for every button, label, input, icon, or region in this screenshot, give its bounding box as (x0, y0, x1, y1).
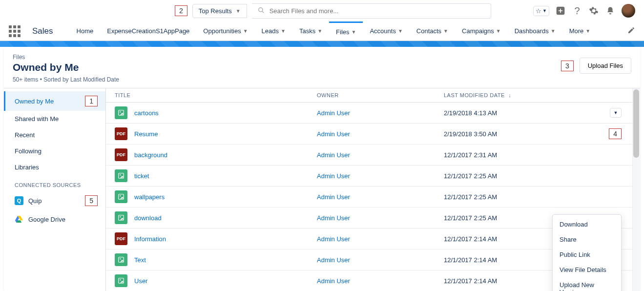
chevron-down-icon: ▼ (352, 29, 356, 35)
image-icon (115, 190, 127, 203)
breadcrumb: Files (13, 54, 561, 61)
file-title-link[interactable]: cartoons (134, 109, 159, 117)
sidebar-item-owned-by-me[interactable]: Owned by Me 1 (4, 91, 105, 111)
file-title-link[interactable]: Resume (134, 130, 158, 138)
sidebar-item-recent[interactable]: Recent (4, 127, 105, 143)
callout-5: 5 (85, 195, 98, 206)
user-avatar[interactable] (622, 4, 635, 18)
star-icon: ☆ (536, 7, 541, 15)
nav-item-tasks[interactable]: Tasks▼ (292, 21, 329, 41)
file-title-link[interactable]: wallpapers (134, 193, 165, 201)
col-title[interactable]: TITLE (112, 92, 317, 98)
menu-item-upload-new-version[interactable]: Upload New Version (553, 277, 621, 291)
menu-item-share[interactable]: Share (553, 232, 621, 247)
nav-item-leads[interactable]: Leads▼ (255, 21, 292, 41)
global-search[interactable] (252, 3, 491, 19)
col-owner[interactable]: OWNER (317, 92, 444, 98)
sidebar-item-following[interactable]: Following (4, 143, 105, 159)
svg-line-1 (262, 11, 264, 13)
col-date[interactable]: LAST MODIFIED DATE ↓ (444, 92, 571, 98)
file-title-link[interactable]: Information (134, 235, 166, 243)
menu-item-download[interactable]: Download (553, 217, 621, 232)
app-launcher-icon[interactable] (9, 25, 21, 37)
owner-link[interactable]: Admin User (317, 235, 350, 243)
sidebar-item-google-drive[interactable]: Google Drive (4, 210, 105, 228)
pdf-icon: PDF (115, 148, 127, 161)
row-actions-menu: DownloadSharePublic LinkView File Detail… (552, 214, 622, 291)
page-header: Files Owned by Me 50+ items • Sorted by … (4, 47, 640, 88)
menu-item-public-link[interactable]: Public Link (553, 247, 621, 262)
file-title-link[interactable]: download (134, 214, 162, 222)
file-title-link[interactable]: ticket (134, 172, 149, 180)
nav-item-more[interactable]: More▼ (562, 21, 598, 41)
app-name: Sales (32, 26, 53, 36)
owner-link[interactable]: Admin User (317, 277, 350, 285)
image-icon (115, 169, 127, 182)
notification-bell-icon[interactable] (605, 5, 616, 16)
callout-3: 3 (561, 61, 574, 71)
add-button[interactable] (555, 5, 566, 16)
help-icon[interactable]: ? (572, 5, 582, 16)
edit-nav-icon[interactable] (627, 26, 635, 36)
google-drive-icon (15, 215, 23, 224)
file-date: 12/1/2017 2:14 AM (444, 277, 571, 285)
svg-point-8 (120, 195, 121, 196)
owner-link[interactable]: Admin User (317, 172, 350, 180)
nav-item-contacts[interactable]: Contacts▼ (410, 21, 455, 41)
nav-item-dashboards[interactable]: Dashboards▼ (508, 21, 562, 41)
file-date: 12/1/2017 2:25 AM (444, 193, 571, 201)
file-title-link[interactable]: User (134, 277, 147, 285)
svg-point-14 (120, 279, 121, 280)
decorative-strip (0, 41, 644, 47)
nav-item-opportunities[interactable]: Opportunities▼ (196, 21, 254, 41)
svg-point-4 (120, 111, 121, 112)
row-actions-button[interactable]: ▼ (610, 108, 622, 118)
svg-point-12 (120, 258, 121, 259)
upload-files-button[interactable]: Upload Files (580, 58, 631, 74)
search-scope-label: Top Results (199, 7, 232, 15)
owner-link[interactable]: Admin User (317, 130, 350, 138)
sidebar-item-quip[interactable]: QQuip5 (4, 191, 105, 210)
scrollbar[interactable] (632, 88, 640, 291)
chevron-down-icon: ▼ (398, 28, 403, 34)
sidebar-item-shared-with-me[interactable]: Shared with Me (4, 111, 105, 127)
file-date: 12/1/2017 2:25 AM (444, 214, 571, 222)
files-table: TITLE OWNER LAST MODIFIED DATE ↓ cartoon… (105, 88, 640, 291)
owner-link[interactable]: Admin User (317, 151, 350, 159)
chevron-down-icon: ▼ (496, 28, 501, 34)
connected-sources-heading: CONNECTED SOURCES (4, 175, 105, 191)
image-icon (115, 211, 127, 224)
files-sidebar: Owned by Me 1Shared with MeRecentFollowi… (4, 88, 105, 291)
chevron-down-icon: ▼ (281, 28, 286, 34)
search-scope-selector[interactable]: Top Results ▼ (192, 4, 247, 18)
menu-item-view-file-details[interactable]: View File Details (553, 262, 621, 277)
favorites-button[interactable]: ☆ ▼ (533, 6, 549, 16)
nav-item-expensecreations1apppage[interactable]: ExpenseCreationS1AppPage (100, 21, 196, 41)
global-utilities: ☆ ▼ ? (533, 4, 635, 18)
table-row: ticketAdmin User12/1/2017 2:25 AM (106, 166, 640, 187)
sidebar-item-libraries[interactable]: Libraries (4, 159, 105, 175)
nav-item-home[interactable]: Home (70, 21, 101, 41)
nav-item-campaigns[interactable]: Campaigns▼ (455, 21, 508, 41)
file-date: 12/1/2017 2:25 AM (444, 172, 571, 180)
setup-gear-icon[interactable] (588, 5, 599, 16)
nav-item-accounts[interactable]: Accounts▼ (363, 21, 409, 41)
nav-item-files[interactable]: Files▼ (329, 21, 363, 41)
owner-link[interactable]: Admin User (317, 214, 350, 222)
file-date: 12/1/2017 2:14 AM (444, 235, 571, 243)
file-title-link[interactable]: background (134, 151, 167, 159)
search-input[interactable] (270, 7, 485, 15)
file-title-link[interactable]: Text (134, 256, 146, 264)
owner-link[interactable]: Admin User (317, 193, 350, 201)
chevron-down-icon: ▼ (236, 8, 241, 14)
callout-2: 2 (175, 5, 187, 16)
svg-point-0 (258, 7, 262, 11)
owner-link[interactable]: Admin User (317, 256, 350, 264)
owner-link[interactable]: Admin User (317, 109, 350, 117)
page-container: Files Owned by Me 50+ items • Sorted by … (4, 47, 640, 291)
page-meta: 50+ items • Sorted by Last Modified Date (13, 76, 561, 83)
chevron-down-icon: ▼ (542, 8, 547, 13)
search-icon (258, 7, 265, 15)
file-date: 12/1/2017 2:31 AM (444, 151, 571, 159)
chevron-down-icon: ▼ (551, 28, 556, 34)
